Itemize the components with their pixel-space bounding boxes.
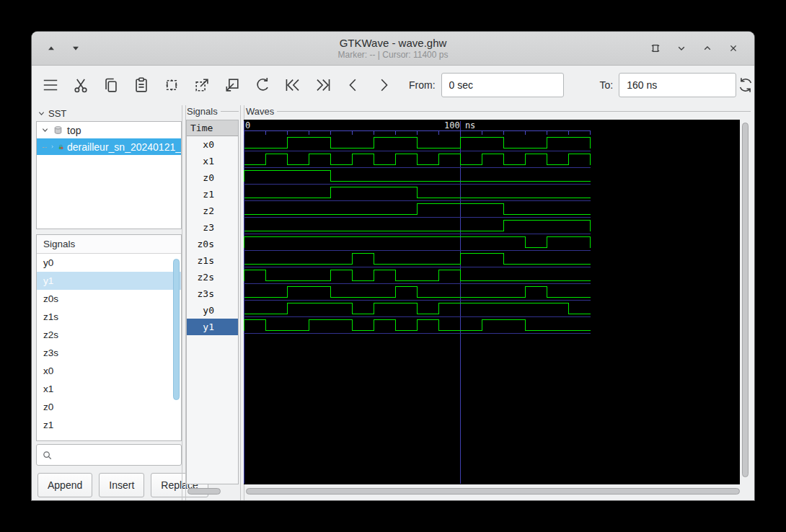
reload-icon[interactable] bbox=[736, 75, 755, 95]
zoom-fit-icon[interactable] bbox=[162, 75, 181, 95]
search-icon bbox=[42, 450, 53, 461]
sst-expander[interactable]: SST bbox=[37, 108, 66, 119]
list-item-y0[interactable]: y0 bbox=[37, 254, 181, 272]
list-item-x1[interactable]: x1 bbox=[37, 380, 181, 398]
fast-left-icon[interactable] bbox=[283, 75, 302, 95]
list-item-z1s[interactable]: z1s bbox=[37, 308, 181, 326]
timescale-label: 0 bbox=[245, 120, 250, 130]
wave-signal-row-z2[interactable]: z2 bbox=[187, 203, 238, 219]
waveform-trace-y1 bbox=[244, 320, 591, 331]
waveform-trace-z3s bbox=[244, 287, 591, 298]
append-button[interactable]: Append bbox=[37, 473, 92, 497]
chevron-right-icon[interactable] bbox=[50, 143, 54, 151]
signal-search-results: Signals y0y1z0sz1sz2sz3sx0x1z0z1 bbox=[36, 234, 182, 441]
wave-signal-row-z3s[interactable]: z3s bbox=[187, 285, 238, 302]
wave-signal-row-z0s[interactable]: z0s bbox=[187, 236, 238, 252]
gtkwave-window: GTKWave - wave.ghw Marker: -- | Cursor: … bbox=[32, 32, 754, 500]
signals-frame-label: Signals bbox=[187, 106, 239, 117]
list-item-z3s[interactable]: z3s bbox=[37, 344, 181, 362]
tree-row-top[interactable]: top bbox=[37, 122, 181, 138]
waveform-trace-x1 bbox=[244, 154, 591, 165]
main-area: SST top bbox=[32, 105, 754, 500]
list-item-y1[interactable]: y1 bbox=[37, 272, 181, 290]
wave-signal-row-y1[interactable]: y1 bbox=[187, 319, 238, 335]
copy-icon[interactable] bbox=[102, 75, 120, 95]
time-header[interactable]: Time bbox=[187, 120, 238, 136]
waveform-trace-z1 bbox=[244, 187, 591, 198]
list-item-z0s[interactable]: z0s bbox=[37, 290, 181, 308]
signal-search-box bbox=[36, 444, 182, 466]
fast-right-icon[interactable] bbox=[314, 75, 332, 95]
zoom-out-icon[interactable] bbox=[223, 75, 242, 95]
tree-item-label: top bbox=[67, 125, 81, 136]
close-icon[interactable] bbox=[725, 40, 741, 56]
shade-down-icon[interactable] bbox=[68, 40, 84, 56]
waveform-trace-z2s bbox=[244, 270, 591, 281]
window-title: GTKWave - wave.ghw bbox=[340, 37, 447, 49]
wave-signal-row-z1s[interactable]: z1s bbox=[187, 252, 238, 269]
cut-icon[interactable] bbox=[71, 75, 90, 95]
maximize-icon[interactable] bbox=[699, 40, 715, 56]
waveform-trace-z0s bbox=[244, 237, 591, 248]
left-icon[interactable] bbox=[344, 75, 363, 95]
waveform-trace-x0 bbox=[244, 138, 591, 148]
window-controls bbox=[648, 40, 741, 56]
signal-names-hscrollbar[interactable] bbox=[186, 487, 239, 495]
wave-signal-row-z3[interactable]: z3 bbox=[187, 219, 238, 236]
right-icon[interactable] bbox=[374, 75, 393, 95]
titlebar-left-buttons bbox=[43, 40, 84, 56]
list-item-x0[interactable]: x0 bbox=[37, 362, 181, 380]
minimize-icon[interactable] bbox=[674, 40, 689, 56]
shade-up-icon[interactable] bbox=[43, 40, 59, 56]
wave-signal-row-z1[interactable]: z1 bbox=[187, 186, 238, 203]
zoom-in-icon[interactable] bbox=[193, 75, 211, 95]
signal-list-header: Signals bbox=[37, 235, 181, 254]
toolbar: From: To: bbox=[32, 65, 754, 105]
wave-signal-names: Time x0x1z0z1z2z3z0sz1sz2sz3sy0y1 bbox=[186, 120, 239, 484]
waves-frame-label: Waves bbox=[246, 106, 751, 117]
menu-icon[interactable] bbox=[41, 75, 60, 95]
tree-connector bbox=[43, 146, 47, 148]
waves-vscrollbar[interactable] bbox=[741, 121, 749, 482]
waveform-trace-z3 bbox=[244, 221, 591, 231]
from-input[interactable] bbox=[441, 73, 564, 97]
waveform-trace-z2 bbox=[244, 204, 591, 215]
screenshot-stage: GTKWave - wave.ghw Marker: -- | Cursor: … bbox=[0, 0, 786, 532]
search-input[interactable] bbox=[56, 449, 181, 461]
to-label: To: bbox=[600, 79, 614, 91]
wave-signal-row-y0[interactable]: y0 bbox=[187, 302, 238, 319]
waveform-trace-z1s bbox=[244, 254, 591, 265]
titlebar: GTKWave - wave.ghw Marker: -- | Cursor: … bbox=[32, 32, 754, 66]
sst-header-label: SST bbox=[48, 108, 66, 119]
wave-signal-row-z0[interactable]: z0 bbox=[187, 169, 238, 186]
waveform-canvas[interactable]: 0100 ns bbox=[244, 120, 740, 484]
tree-row-derailleur[interactable]: derailleur_sn_20240121_ bbox=[37, 138, 181, 155]
from-label: From: bbox=[409, 79, 436, 91]
list-item-z0[interactable]: z0 bbox=[37, 398, 181, 416]
chevron-down-icon[interactable] bbox=[41, 126, 49, 134]
component-icon bbox=[58, 141, 63, 153]
timescale-label: 100 ns bbox=[444, 120, 475, 130]
list-item-z1[interactable]: z1 bbox=[37, 416, 181, 434]
insert-button[interactable]: Insert bbox=[99, 473, 144, 497]
list-item-z2s[interactable]: z2s bbox=[37, 326, 181, 344]
titlebar-titles: GTKWave - wave.ghw Marker: -- | Cursor: … bbox=[32, 32, 754, 65]
zoom-undo-icon[interactable] bbox=[253, 75, 272, 95]
waveform-trace-y0 bbox=[244, 303, 591, 314]
wave-signal-row-x1[interactable]: x1 bbox=[187, 153, 238, 169]
database-icon bbox=[53, 125, 63, 136]
waves-hscrollbar[interactable] bbox=[246, 487, 740, 495]
waveform-trace-z0 bbox=[244, 171, 591, 182]
to-input[interactable] bbox=[619, 73, 736, 97]
keep-above-icon[interactable] bbox=[648, 40, 663, 56]
wave-signal-row-x0[interactable]: x0 bbox=[187, 136, 238, 153]
marker-cursor-status: Marker: -- | Cursor: 11400 ps bbox=[338, 50, 449, 60]
signal-list-scrollbar[interactable] bbox=[173, 259, 180, 400]
tree-item-label: derailleur_sn_20240121_ bbox=[67, 141, 181, 153]
paste-icon[interactable] bbox=[132, 75, 151, 95]
wave-signal-row-z2s[interactable]: z2s bbox=[187, 269, 238, 285]
sst-tree: top derailleur_sn_20240121_ bbox=[36, 121, 182, 229]
